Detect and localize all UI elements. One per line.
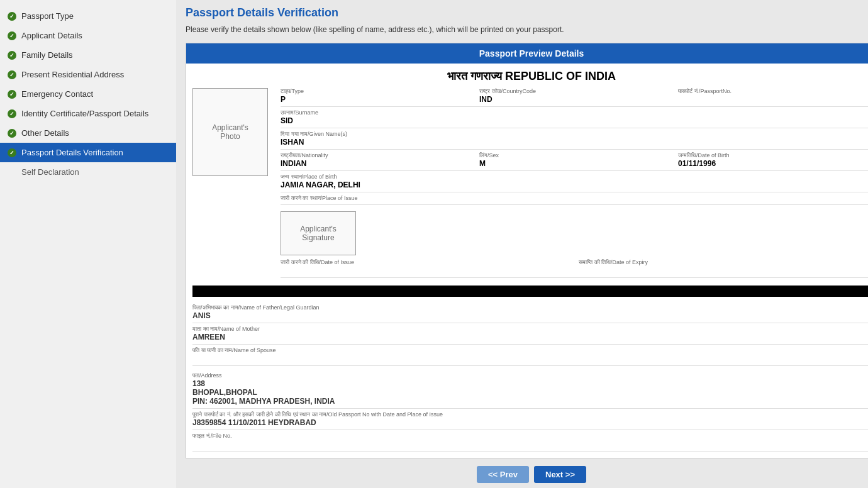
file-no-label: फाइल नं./File No. xyxy=(192,433,868,440)
preview-header: Passport Preview Details xyxy=(186,43,868,64)
surname-value: SID xyxy=(281,116,868,125)
address-line3: PIN: 462001, MADHYA PRADESH, INDIA xyxy=(192,397,868,406)
doe-label: समाप्ति की तिथि/Date of Expiry xyxy=(579,259,868,266)
sidebar-item-applicant-details[interactable]: Applicant Details xyxy=(0,26,176,45)
sidebar-item-present-address[interactable]: Present Residential Address xyxy=(0,65,176,84)
mother-value: AMREEN xyxy=(192,333,868,341)
prev-button[interactable]: << Prev xyxy=(477,466,529,483)
button-row: << Prev Next >> xyxy=(186,458,868,488)
sidebar-item-passport-verification[interactable]: Passport Details Verification xyxy=(0,143,176,162)
sidebar-label: Other Details xyxy=(21,128,69,138)
dob-label: जन्मतिथि/Date of Birth xyxy=(678,152,868,159)
mother-label: माता का नाम/Name of Mother xyxy=(192,326,868,333)
passport-fields: टाइप/Type P राष्ट्र कोड/CountryCode IND … xyxy=(281,88,868,280)
applicant-signature: Applicant's Signature xyxy=(281,211,356,255)
old-passport-value: J8359854 11/10/2011 HEYDRABAD xyxy=(192,418,868,427)
check-icon xyxy=(8,129,16,138)
sidebar-item-passport-type[interactable]: Passport Type xyxy=(0,6,176,26)
file-no-value xyxy=(192,440,868,448)
surname-label: उपनाम/Surname xyxy=(281,109,868,116)
passport-no-label: पासपोर्ट नं./PassportNo. xyxy=(678,88,868,95)
sex-label: लिंग/Sex xyxy=(479,152,672,159)
nationality-value: INDIAN xyxy=(281,159,473,168)
address-line2: BHOPAL,BHOPAL xyxy=(192,388,868,397)
poi-label: जारी करने का स्थान/Place of Issue xyxy=(281,195,868,202)
check-icon xyxy=(8,109,16,118)
republic-text: भारत गणराज्य REPUBLIC OF INDIA xyxy=(447,70,616,82)
nationality-label: राष्ट्रीयता/Nationality xyxy=(281,152,473,159)
sidebar-label: Passport Type xyxy=(21,11,74,21)
republic-header: भारत गणराज्य REPUBLIC OF INDIA xyxy=(192,70,868,83)
address-label: पता/Address xyxy=(192,372,868,379)
sex-value: M xyxy=(479,159,672,168)
sidebar-label: Present Residential Address xyxy=(21,70,124,79)
check-icon xyxy=(8,90,16,99)
spouse-label: पति या पत्नी का नाम/Name of Spouse xyxy=(192,347,868,354)
given-names-value: ISHAN xyxy=(281,138,868,147)
check-icon xyxy=(8,70,16,79)
doe-value xyxy=(579,266,868,275)
sidebar-label: Self Declaration xyxy=(21,167,79,177)
bottom-fields: पिता/अभिभावक का नाम/Name of Father/Legal… xyxy=(192,302,868,452)
given-names-label: दिया गया नाम/Given Name(s) xyxy=(281,131,868,138)
sidebar-label: Applicant Details xyxy=(21,31,82,40)
doi-label: जारी करने की तिथि/Date of Issue xyxy=(281,259,572,266)
pob-label: जन्म स्थान/Place of Birth xyxy=(281,174,868,180)
sidebar-label: Emergency Contact xyxy=(21,89,93,99)
applicant-photo: Applicant's Photo xyxy=(192,88,268,176)
check-icon xyxy=(8,148,16,157)
check-icon xyxy=(8,31,16,40)
sidebar-item-identity-certificate[interactable]: Identity Certificate/Passport Details xyxy=(0,104,176,123)
sidebar-item-family-details[interactable]: Family Details xyxy=(0,45,176,65)
sidebar-item-self-declaration[interactable]: Self Declaration xyxy=(0,162,176,182)
mrz-bar xyxy=(192,286,868,297)
father-label: पिता/अभिभावक का नाम/Name of Father/Legal… xyxy=(192,304,868,311)
main-content: Passport Details Verification Please ver… xyxy=(176,0,868,488)
sidebar-item-emergency-contact[interactable]: Emergency Contact xyxy=(0,84,176,104)
passport-preview: Passport Preview Details भारत गणराज्य RE… xyxy=(186,43,868,458)
country-code-label: राष्ट्र कोड/CountryCode xyxy=(479,88,672,95)
spouse-value xyxy=(192,354,868,363)
next-button[interactable]: Next >> xyxy=(534,466,586,483)
sidebar-label: Passport Details Verification xyxy=(21,148,123,157)
sidebar-label: Identity Certificate/Passport Details xyxy=(21,109,148,118)
page-subtitle: Please verify the details shown below (l… xyxy=(186,25,868,35)
dob-value: 01/11/1996 xyxy=(678,159,868,168)
doi-value xyxy=(281,266,572,275)
address-line1: 138 xyxy=(192,379,868,388)
sidebar: Passport Type Applicant Details Family D… xyxy=(0,0,176,488)
country-code-value: IND xyxy=(479,95,672,104)
type-label: टाइप/Type xyxy=(281,88,473,95)
check-icon xyxy=(8,12,16,21)
old-passport-label: पुराने पासपोर्ट का नं. और इसकी जारी होने… xyxy=(192,411,868,418)
sidebar-item-other-details[interactable]: Other Details xyxy=(0,123,176,143)
father-value: ANIS xyxy=(192,311,868,320)
pob-value: JAMIA NAGAR, DELHI xyxy=(281,180,868,189)
page-title: Passport Details Verification xyxy=(186,6,868,19)
check-icon xyxy=(8,51,16,60)
type-value: P xyxy=(281,95,473,104)
sidebar-label: Family Details xyxy=(21,50,73,60)
